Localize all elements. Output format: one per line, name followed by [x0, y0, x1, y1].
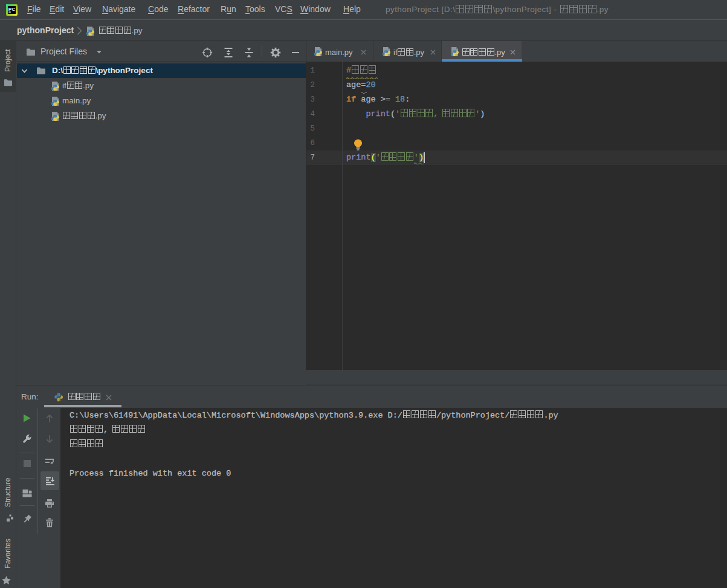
svg-text:PC: PC: [8, 7, 15, 12]
